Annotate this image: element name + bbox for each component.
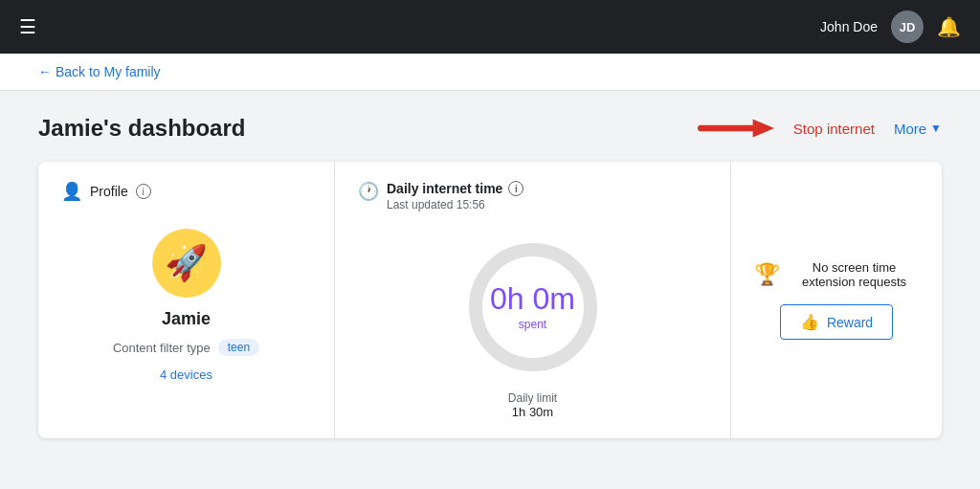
daily-limit-prefix: Daily limit	[508, 391, 557, 405]
header-right: John Doe JD 🔔	[820, 11, 961, 43]
content-filter-label: Content filter type	[113, 341, 211, 355]
svg-marker-0	[752, 119, 773, 137]
dashboard-actions: Stop internet More ▼	[698, 114, 942, 143]
content-filter-row: Content filter type teen	[113, 339, 259, 356]
no-requests-row: 🏆 No screen time extension requests	[754, 260, 919, 289]
back-bar: ← Back to My family	[0, 54, 980, 91]
devices-link[interactable]: 4 devices	[160, 367, 212, 382]
clock-icon: 🕐	[358, 181, 379, 202]
profile-icon: 👤	[61, 181, 82, 202]
page-title: Jamie's dashboard	[38, 115, 245, 142]
profile-name: Jamie	[162, 309, 211, 329]
time-card-left: 🕐 Daily internet time i Last updated 15:…	[335, 162, 730, 438]
profile-center: 🚀 Jamie Content filter type teen 4 devic…	[61, 229, 311, 382]
rewards-section: 🏆 No screen time extension requests 👍 Re…	[731, 162, 942, 438]
filter-badge: teen	[218, 339, 259, 356]
donut-center: 0h 0m spent	[490, 283, 575, 331]
reward-label: Reward	[827, 315, 873, 330]
time-card: 🕐 Daily internet time i Last updated 15:…	[335, 162, 731, 438]
profile-avatar: 🚀	[152, 229, 221, 298]
avatar[interactable]: JD	[891, 11, 924, 43]
hamburger-icon[interactable]: ☰	[19, 15, 36, 38]
time-card-header: 🕐 Daily internet time i Last updated 15:…	[358, 181, 707, 211]
last-updated: Last updated 15:56	[387, 198, 523, 211]
time-info-icon[interactable]: i	[508, 181, 523, 196]
page-content: Jamie's dashboard Stop internet More ▼ 👤…	[0, 91, 980, 461]
time-header-text: Daily internet time i Last updated 15:56	[387, 181, 523, 211]
user-name: John Doe	[820, 19, 878, 34]
cards-row: 👤 Profile i 🚀 Jamie Content filter type …	[38, 162, 942, 438]
time-title: Daily internet time i	[387, 181, 523, 196]
dashboard-header: Jamie's dashboard Stop internet More ▼	[38, 114, 942, 143]
profile-card: 👤 Profile i 🚀 Jamie Content filter type …	[38, 162, 335, 438]
more-label: More	[894, 121, 926, 137]
no-requests-label: No screen time extension requests	[790, 260, 919, 289]
profile-info-icon[interactable]: i	[136, 184, 151, 199]
daily-limit-value: 1h 30m	[512, 405, 553, 419]
thumbs-up-icon: 👍	[800, 313, 819, 331]
donut-chart: 0h 0m spent	[457, 231, 610, 384]
header: ☰ John Doe JD 🔔	[0, 0, 980, 54]
header-left: ☰	[19, 15, 36, 38]
profile-label: Profile	[90, 184, 128, 199]
time-spent: 0h 0m	[490, 283, 575, 314]
spent-label: spent	[519, 318, 546, 331]
red-arrow-icon	[698, 114, 774, 143]
reward-button[interactable]: 👍 Reward	[780, 304, 893, 340]
back-to-family-link[interactable]: ← Back to My family	[38, 64, 161, 79]
trophy-icon: 🏆	[754, 262, 780, 287]
chevron-down-icon: ▼	[930, 122, 942, 135]
bell-icon[interactable]: 🔔	[937, 15, 961, 38]
time-section-label: Daily internet time	[387, 181, 502, 196]
profile-section-header: 👤 Profile i	[61, 181, 151, 202]
arrow-annotation	[698, 114, 774, 143]
stop-internet-button[interactable]: Stop internet	[793, 121, 875, 137]
more-button[interactable]: More ▼	[894, 121, 942, 137]
